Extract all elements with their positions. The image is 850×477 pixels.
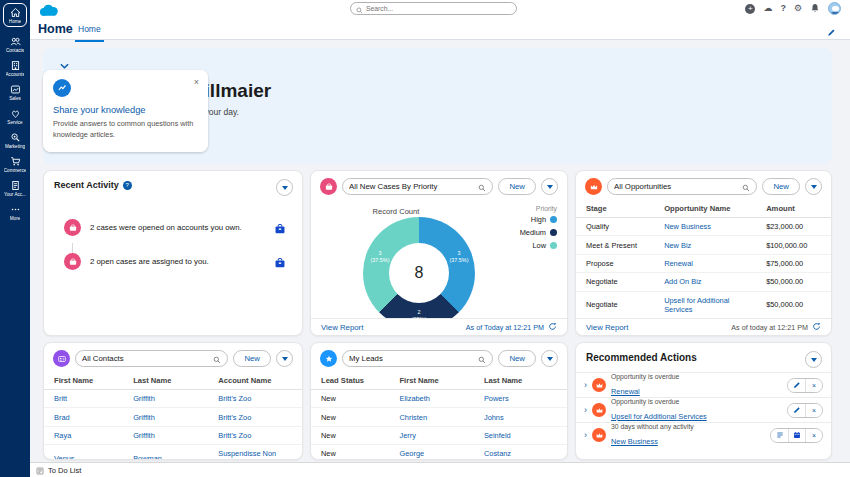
sidebar-item-more[interactable]: More	[1, 204, 29, 221]
list-view-selector[interactable]	[342, 178, 493, 195]
sidebar-item-accounts[interactable]: Accounts	[1, 60, 29, 77]
sidebar-item-service[interactable]: Service	[1, 108, 29, 125]
event-calendar-icon[interactable]	[788, 429, 805, 442]
search-icon[interactable]	[213, 350, 221, 368]
action-record-link[interactable]: Renewal	[611, 387, 640, 396]
account-link[interactable]: Britt's Zoo	[218, 431, 251, 440]
contact-first-name-link[interactable]: Raya	[54, 431, 71, 440]
list-view-name-input[interactable]	[349, 354, 475, 363]
lead-first-name-link[interactable]: George	[399, 449, 424, 458]
action-record-link[interactable]: New Business	[611, 437, 658, 446]
sidebar-item-sales[interactable]: Sales	[1, 84, 29, 101]
contact-first-name-link[interactable]: Britt	[54, 394, 67, 403]
edit-pencil-icon[interactable]	[788, 404, 805, 417]
trailhead-cloud-icon[interactable]: ☁	[763, 4, 772, 13]
opportunity-link[interactable]: New Business	[664, 222, 711, 231]
lead-last-name-link[interactable]: Seinfeld	[484, 431, 511, 440]
card-menu-button[interactable]	[276, 350, 293, 367]
card-menu-button[interactable]	[276, 179, 293, 196]
legend-item[interactable]: Medium	[520, 228, 557, 237]
new-case-button[interactable]: New	[498, 178, 536, 195]
search-input[interactable]	[366, 5, 511, 12]
chevron-right-icon[interactable]: ›	[584, 430, 587, 440]
action-record-link[interactable]: Upsell for Additional Services	[611, 412, 707, 421]
search-icon[interactable]	[478, 178, 486, 196]
lead-first-name-link[interactable]: Christen	[399, 413, 427, 422]
close-icon[interactable]: ×	[805, 379, 822, 392]
list-view-selector[interactable]	[75, 350, 228, 367]
card-menu-button[interactable]	[541, 350, 558, 367]
global-actions-icon[interactable]: +	[745, 4, 755, 14]
sidebar-item-marketing[interactable]: Marketing	[1, 132, 29, 149]
chevron-right-icon[interactable]: ›	[584, 380, 587, 390]
list-view-selector[interactable]	[342, 350, 493, 367]
lead-first-name-link[interactable]: Elizabeth	[399, 394, 429, 403]
contact-first-name-link[interactable]: Brad	[54, 413, 70, 422]
new-opportunity-button[interactable]: New	[762, 178, 800, 195]
view-report-link[interactable]: View Report	[586, 323, 628, 332]
edit-pencil-icon[interactable]	[788, 379, 805, 392]
promo-title[interactable]: Share your knowledge	[53, 105, 198, 115]
card-menu-button[interactable]	[541, 178, 558, 195]
sidebar-item-commerce[interactable]: Commerce	[1, 156, 29, 173]
contact-last-name-link[interactable]: Griffith	[133, 394, 155, 403]
column-header[interactable]: Last Name	[480, 372, 567, 390]
account-link[interactable]: Suspendisse Non Associates	[218, 449, 276, 460]
search-icon[interactable]	[478, 350, 486, 368]
case-action-icon[interactable]	[274, 255, 286, 273]
view-report-link[interactable]: View Report	[321, 323, 363, 332]
lead-first-name-link[interactable]: Jerry	[399, 431, 415, 440]
notifications-bell-icon[interactable]	[810, 3, 820, 15]
account-link[interactable]: Britt's Zoo	[218, 413, 251, 422]
info-icon[interactable]	[123, 181, 132, 190]
lead-last-name-link[interactable]: Johns	[484, 413, 504, 422]
close-icon[interactable]: ×	[194, 77, 199, 87]
opportunity-link[interactable]: Renewal	[664, 259, 693, 268]
account-link[interactable]: Britt's Zoo	[218, 394, 251, 403]
list-view-name-input[interactable]	[614, 182, 739, 191]
case-action-icon[interactable]	[274, 221, 286, 239]
contact-last-name-link[interactable]: Bowman	[133, 454, 162, 460]
column-header[interactable]: Opportunity Name	[660, 200, 762, 218]
global-search[interactable]	[350, 2, 517, 15]
opportunity-link[interactable]: New Biz	[664, 241, 691, 250]
setup-gear-icon[interactable]: ⚙	[794, 4, 802, 13]
column-header[interactable]: Stage	[576, 200, 660, 218]
sidebar-item-home[interactable]: Home	[3, 3, 27, 27]
new-contact-button[interactable]: New	[233, 350, 271, 367]
column-header[interactable]: Lead Status	[311, 372, 395, 390]
legend-item[interactable]: High	[520, 215, 557, 224]
lead-last-name-link[interactable]: Powers	[484, 394, 509, 403]
close-icon[interactable]: ×	[805, 429, 822, 442]
legend-item[interactable]: Low	[520, 241, 557, 250]
refresh-icon[interactable]	[548, 322, 557, 333]
task-list-icon[interactable]	[771, 429, 788, 442]
column-header[interactable]: Account Name	[214, 372, 302, 390]
contact-last-name-link[interactable]: Griffith	[133, 413, 155, 422]
new-lead-button[interactable]: New	[498, 350, 536, 367]
column-header[interactable]: Last Name	[129, 372, 214, 390]
tab-home[interactable]: Home	[75, 24, 104, 42]
contact-last-name-link[interactable]: Griffith	[133, 431, 155, 440]
chevron-right-icon[interactable]: ›	[584, 405, 587, 415]
opportunity-link[interactable]: Upsell for Additional Services	[664, 296, 729, 314]
sidebar-item-your-account[interactable]: Your Acc...	[1, 180, 29, 197]
help-icon[interactable]: ?	[780, 4, 786, 13]
card-menu-button[interactable]	[805, 351, 822, 368]
lead-last-name-link[interactable]: Costanz	[484, 449, 511, 458]
sidebar-item-contacts[interactable]: Contacts	[1, 36, 29, 53]
todo-list-bar[interactable]: To Do List	[30, 462, 850, 477]
refresh-icon[interactable]	[812, 322, 821, 333]
column-header[interactable]: Amount	[762, 200, 831, 218]
list-view-name-input[interactable]	[349, 182, 475, 191]
column-header[interactable]: First Name	[44, 372, 129, 390]
list-view-selector[interactable]	[607, 178, 757, 195]
opportunity-link[interactable]: Add On Biz	[664, 277, 701, 286]
close-icon[interactable]: ×	[805, 404, 822, 417]
contact-first-name-link[interactable]: Venus	[54, 454, 75, 460]
list-view-name-input[interactable]	[82, 354, 210, 363]
column-header[interactable]: First Name	[395, 372, 479, 390]
edit-page-pencil-icon[interactable]	[827, 23, 836, 41]
search-icon[interactable]	[742, 178, 750, 196]
card-menu-button[interactable]	[805, 178, 822, 195]
